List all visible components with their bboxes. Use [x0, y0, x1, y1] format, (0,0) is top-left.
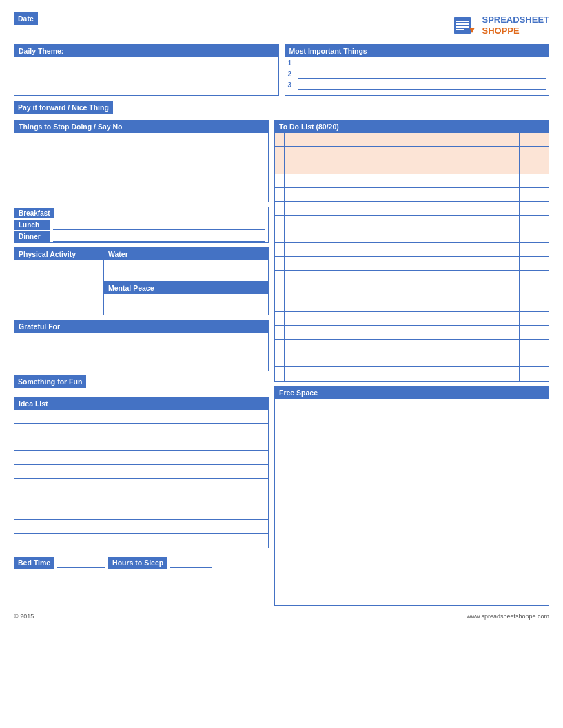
todo-check-1	[275, 174, 285, 187]
hours-sleep-input[interactable]	[170, 558, 212, 568]
fun-line	[86, 377, 269, 386]
todo-row-10[interactable]	[275, 298, 549, 312]
todo-row-5[interactable]	[275, 229, 549, 243]
todo-time-h2[interactable]	[520, 147, 549, 160]
copyright: © 2015	[14, 613, 34, 620]
todo-check-14	[275, 353, 285, 366]
water-label: Water	[104, 248, 268, 260]
date-input-line	[42, 14, 132, 23]
todo-row-11[interactable]	[275, 312, 549, 326]
pay-forward-row: Pay it forward / Nice Thing	[14, 101, 549, 114]
most-important-section: Most Important Things 1 2 3	[285, 44, 550, 96]
idea-row-7[interactable]	[14, 492, 268, 506]
todo-row-h3[interactable]	[275, 160, 549, 174]
todo-text-8[interactable]	[285, 271, 520, 284]
physical-body[interactable]	[14, 260, 103, 312]
todo-text-6[interactable]	[285, 243, 520, 256]
mit-row-2: 2	[285, 68, 549, 79]
todo-row-1[interactable]	[275, 174, 549, 188]
todo-time-1[interactable]	[520, 174, 549, 187]
todo-text-7[interactable]	[285, 257, 520, 270]
todo-time-14[interactable]	[520, 353, 549, 366]
todo-text-14[interactable]	[285, 353, 520, 366]
todo-time-h3[interactable]	[520, 160, 549, 174]
stop-doing-body[interactable]	[14, 133, 268, 202]
breakfast-input[interactable]	[57, 209, 265, 218]
mental-body[interactable]	[104, 294, 268, 315]
left-column: Things to Stop Doing / Say No Breakfast …	[14, 120, 269, 606]
lunch-row: Lunch	[14, 219, 268, 231]
todo-text-3[interactable]	[285, 202, 520, 215]
todo-text-h2[interactable]	[285, 147, 520, 160]
todo-text-13[interactable]	[285, 340, 520, 353]
todo-text-h3[interactable]	[285, 160, 520, 174]
todo-row-13[interactable]	[275, 340, 549, 353]
grateful-body[interactable]	[14, 333, 268, 371]
todo-text-2[interactable]	[285, 188, 520, 201]
todo-time-5[interactable]	[520, 229, 549, 242]
todo-check-h1	[275, 133, 285, 146]
todo-check-7	[275, 257, 285, 270]
todo-text-11[interactable]	[285, 312, 520, 325]
bed-time-input[interactable]	[57, 558, 105, 568]
todo-time-10[interactable]	[520, 298, 549, 311]
todo-row-14[interactable]	[275, 353, 549, 367]
todo-check-2	[275, 188, 285, 201]
todo-row-2[interactable]	[275, 188, 549, 202]
todo-time-3[interactable]	[520, 202, 549, 215]
todo-row-7[interactable]	[275, 257, 549, 271]
todo-row-9[interactable]	[275, 284, 549, 298]
todo-text-9[interactable]	[285, 284, 520, 298]
idea-row-5[interactable]	[14, 465, 268, 479]
idea-row-10[interactable]	[14, 534, 268, 548]
idea-row-3[interactable]	[14, 437, 268, 451]
idea-row-6[interactable]	[14, 479, 268, 492]
todo-time-4[interactable]	[520, 216, 549, 229]
todo-time-11[interactable]	[520, 312, 549, 325]
todo-row-4[interactable]	[275, 216, 549, 229]
todo-time-8[interactable]	[520, 271, 549, 284]
mit-input-2[interactable]	[298, 69, 546, 79]
todo-row-12[interactable]	[275, 326, 549, 340]
water-body[interactable]	[104, 260, 268, 281]
website: www.spreadsheetshoppe.com	[467, 613, 549, 620]
todo-row-h1[interactable]	[275, 133, 549, 147]
mit-input-1[interactable]	[298, 58, 546, 67]
free-space-body[interactable]	[275, 399, 549, 605]
todo-time-12[interactable]	[520, 326, 549, 339]
todo-text-h1[interactable]	[285, 133, 520, 146]
todo-time-15[interactable]	[520, 367, 549, 381]
todo-row-3[interactable]	[275, 202, 549, 216]
todo-time-2[interactable]	[520, 188, 549, 201]
dinner-input[interactable]	[53, 232, 265, 242]
todo-check-11	[275, 312, 285, 325]
todo-text-4[interactable]	[285, 216, 520, 229]
daily-theme-section: Daily Theme:	[14, 44, 279, 96]
breakfast-label: Breakfast	[14, 208, 54, 218]
todo-text-15[interactable]	[285, 367, 520, 381]
mit-input-3[interactable]	[298, 80, 546, 90]
todo-text-5[interactable]	[285, 229, 520, 242]
todo-row-h2[interactable]	[275, 147, 549, 160]
svg-rect-4	[456, 29, 464, 30]
idea-row-4[interactable]	[14, 451, 268, 465]
bed-time-row: Bed Time Hours to Sleep	[14, 557, 269, 569]
lunch-input[interactable]	[53, 220, 265, 230]
todo-text-1[interactable]	[285, 174, 520, 187]
idea-row-2[interactable]	[14, 424, 268, 437]
idea-row-1[interactable]	[14, 410, 268, 424]
todo-row-15[interactable]	[275, 367, 549, 381]
idea-row-8[interactable]	[14, 506, 268, 520]
todo-time-9[interactable]	[520, 284, 549, 298]
daily-theme-body[interactable]	[14, 57, 278, 95]
todo-row-6[interactable]	[275, 243, 549, 257]
todo-time-13[interactable]	[520, 340, 549, 353]
todo-time-h1[interactable]	[520, 133, 549, 146]
todo-text-10[interactable]	[285, 298, 520, 311]
todo-row-8[interactable]	[275, 271, 549, 284]
idea-row-9[interactable]	[14, 520, 268, 534]
todo-time-7[interactable]	[520, 257, 549, 270]
todo-text-12[interactable]	[285, 326, 520, 339]
todo-check-5	[275, 229, 285, 242]
todo-time-6[interactable]	[520, 243, 549, 256]
